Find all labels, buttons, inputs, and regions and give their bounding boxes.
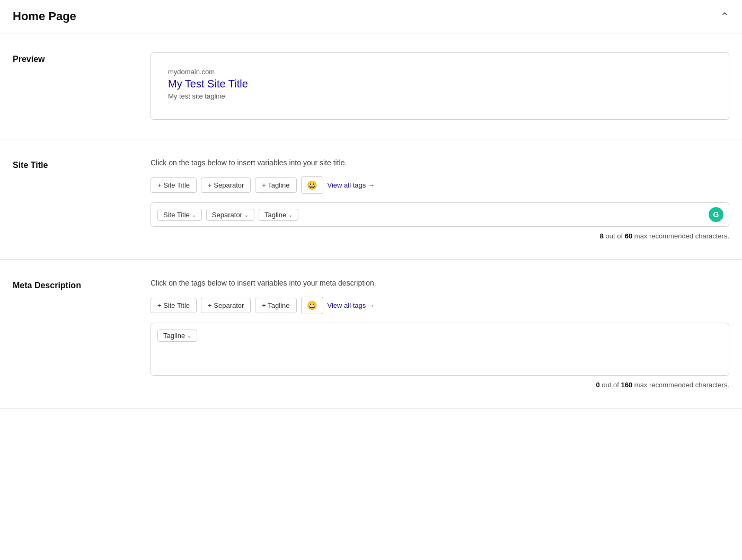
- grammarly-icon: G: [713, 210, 719, 219]
- grammarly-button[interactable]: G: [709, 207, 723, 222]
- preview-site-title: My Test Site Title: [168, 78, 712, 90]
- site-title-tag-tagline[interactable]: + Tagline: [255, 177, 296, 193]
- site-title-token-field[interactable]: Site Title ⌄ Separator ⌄ Tagline ⌄ G: [151, 202, 729, 227]
- meta-token-tagline[interactable]: Tagline ⌄: [157, 330, 197, 342]
- preview-section: Preview mydomain.com My Test Site Title …: [0, 33, 742, 139]
- meta-description-instruction: Click on the tags below to insert variab…: [151, 279, 729, 287]
- token-chevron-icon: ⌄: [244, 212, 249, 218]
- meta-description-label: Meta Description: [13, 279, 129, 389]
- site-title-token-site-title[interactable]: Site Title ⌄: [157, 209, 202, 221]
- preview-domain: mydomain.com: [168, 68, 712, 76]
- meta-tag-separator[interactable]: + Separator: [201, 298, 251, 313]
- meta-description-tags-row: + Site Title + Separator + Tagline 😀 Vie…: [151, 297, 729, 314]
- preview-tagline: My test site tagline: [168, 92, 712, 100]
- meta-description-token-field[interactable]: Tagline ⌄: [151, 323, 729, 376]
- site-title-token-tagline[interactable]: Tagline ⌄: [259, 209, 298, 221]
- preview-box: mydomain.com My Test Site Title My test …: [151, 52, 729, 120]
- meta-tag-tagline[interactable]: + Tagline: [255, 298, 296, 313]
- collapse-icon[interactable]: ⌃: [720, 10, 729, 23]
- site-title-emoji-btn[interactable]: 😀: [301, 176, 323, 194]
- page-header: Home Page ⌃: [0, 0, 742, 33]
- meta-description-section: Meta Description Click on the tags below…: [0, 260, 742, 408]
- site-title-content: Click on the tags below to insert variab…: [151, 158, 729, 240]
- preview-label: Preview: [13, 52, 129, 120]
- site-title-char-count: 8 out of 60 max recommended characters.: [151, 232, 729, 240]
- site-title-view-all-tags[interactable]: View all tags →: [328, 181, 375, 189]
- meta-description-content: Click on the tags below to insert variab…: [151, 279, 729, 389]
- token-chevron-icon: ⌄: [192, 212, 196, 218]
- site-title-label: Site Title: [13, 158, 129, 240]
- token-chevron-icon: ⌄: [187, 333, 191, 339]
- preview-content: mydomain.com My Test Site Title My test …: [151, 52, 729, 120]
- site-title-tag-separator[interactable]: + Separator: [201, 177, 251, 193]
- meta-tag-site-title[interactable]: + Site Title: [151, 298, 197, 313]
- site-title-instruction: Click on the tags below to insert variab…: [151, 158, 729, 167]
- token-chevron-icon: ⌄: [288, 212, 293, 218]
- page-title: Home Page: [13, 10, 76, 23]
- meta-view-all-tags[interactable]: View all tags →: [328, 301, 375, 309]
- site-title-token-separator[interactable]: Separator ⌄: [206, 209, 254, 221]
- meta-description-char-count: 0 out of 160 max recommended characters.: [151, 381, 729, 389]
- site-title-tag-site-title[interactable]: + Site Title: [151, 177, 197, 193]
- page-container: Home Page ⌃ Preview mydomain.com My Test…: [0, 0, 742, 408]
- meta-emoji-btn[interactable]: 😀: [301, 297, 323, 314]
- site-title-tags-row: + Site Title + Separator + Tagline 😀 Vie…: [151, 176, 729, 194]
- site-title-section: Site Title Click on the tags below to in…: [0, 139, 742, 260]
